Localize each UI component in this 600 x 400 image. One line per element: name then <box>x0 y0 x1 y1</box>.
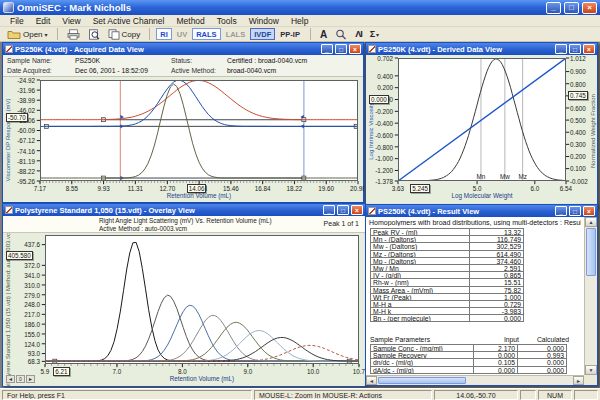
menu-file[interactable]: File <box>4 16 30 26</box>
zoom-tool-button[interactable] <box>332 28 350 41</box>
minimize-button[interactable]: _ <box>323 205 335 215</box>
offset-left-button[interactable]: ◄ <box>6 375 15 383</box>
app-maximize-button[interactable]: □ <box>564 2 579 14</box>
detector-buttons: RIUVRALSLALSIVDFPP-IP <box>156 28 304 40</box>
acquired-y-cursor-readout[interactable]: -50.70 <box>6 113 28 122</box>
sample-info-panel: Sample Name: PS250K Status: Certified : … <box>3 55 363 77</box>
restore-button[interactable]: □ <box>337 205 349 215</box>
detector-ri[interactable]: RI <box>156 28 172 40</box>
sigma-tool-button[interactable]: Σ▾ <box>367 28 382 41</box>
chart-window-icon <box>5 206 13 214</box>
app-title-bar[interactable]: OmniSEC : Mark Nicholls _ □ × <box>0 0 600 15</box>
status-label: Status: <box>171 57 192 64</box>
scroll-up-button[interactable]: ▲ <box>585 217 597 227</box>
status-help-text: For Help, press F1 <box>2 390 252 400</box>
sigma-icon: Σ <box>370 29 374 39</box>
param-label: dA/dc - (ml/g) <box>370 366 474 374</box>
overlay-plot-canvas[interactable] <box>4 233 366 386</box>
printer-icon <box>67 29 80 40</box>
acquired-plot-canvas[interactable] <box>4 77 364 202</box>
active-method-label: Active Method: <box>171 67 216 74</box>
detector-uv[interactable]: UV <box>173 28 191 40</box>
detector-ivdf[interactable]: IVDF <box>250 28 275 40</box>
app-minimize-button[interactable]: _ <box>546 2 561 14</box>
acquired-title-bar[interactable]: PS250K (4.vdt) - Acquired Data View _ □ … <box>3 43 363 55</box>
close-button[interactable]: × <box>583 44 595 54</box>
open-dropdown-icon[interactable]: ▾ <box>45 31 48 38</box>
horizontal-scroll-thumb[interactable] <box>378 377 466 384</box>
derived-x-cursor-readout[interactable]: 5.245 <box>410 184 430 193</box>
derived-y2-cursor-readout[interactable]: 0.745 <box>568 91 588 100</box>
overlay-y-cursor-readout[interactable]: 405.580 <box>6 251 33 260</box>
app-title: OmniSEC : Mark Nicholls <box>17 2 543 13</box>
result-heading: Homopolymers with broad distributions, u… <box>369 219 581 226</box>
peak-counter: Peak 1 of 1 <box>324 220 359 228</box>
window-derived-data-view[interactable]: PS250K (4.vdt) - Derived Data View _ □ ×… <box>365 42 598 207</box>
open-label: Open <box>23 30 43 39</box>
scroll-down-button[interactable]: ▼ <box>585 365 597 375</box>
vertical-scrollbar[interactable]: ▲ ▼ <box>584 217 597 375</box>
restore-button[interactable]: □ <box>569 206 581 216</box>
date-acquired-value: Dec 06, 2001 - 18:52:09 <box>75 67 148 74</box>
menu-bar: FileEditViewSet Active ChannelMethodTool… <box>0 15 600 27</box>
sample-name-label: Sample Name: <box>7 57 52 64</box>
close-button[interactable]: × <box>351 205 363 215</box>
overlay-title-bar[interactable]: Polystyrene Standard 1,050 (15.vdt) - Ov… <box>3 204 365 216</box>
sigma-dropdown-icon[interactable]: ▾ <box>376 31 379 38</box>
peak-marks-icon: ΛI <box>355 29 362 39</box>
overlay-x-cursor-readout[interactable]: 6.21 <box>53 367 69 376</box>
horizontal-scrollbar[interactable]: ◄ ► <box>366 375 584 385</box>
result-title-bar[interactable]: PS250K (4.vdt) - Result View _ □ × <box>366 205 597 217</box>
menu-window[interactable]: Window <box>243 16 285 26</box>
detector-lals[interactable]: LALS <box>222 28 250 40</box>
derived-chart[interactable]: 3.635.06.06.540.7020.4000.2000.000-0.200… <box>367 55 598 206</box>
minimize-button[interactable]: _ <box>555 206 567 216</box>
restore-button[interactable]: □ <box>335 44 347 54</box>
param-header: Calculated <box>519 336 569 343</box>
acquired-chart[interactable]: 7.178.559.9311.3112.7014.0815.4616.8418.… <box>4 77 364 202</box>
toolbar-separator <box>149 28 150 40</box>
menu-view[interactable]: View <box>56 16 86 26</box>
result-window-title: PS250K (4.vdt) - Result View <box>378 207 553 216</box>
menu-set-active-channel[interactable]: Set Active Channel <box>87 16 171 26</box>
status-num-lock: NUM <box>538 390 572 400</box>
restore-button[interactable]: □ <box>569 44 581 54</box>
window-overlay-view[interactable]: Polystyrene Standard 1,050 (15.vdt) - Ov… <box>2 203 366 387</box>
detector-pp-ip[interactable]: PP-IP <box>276 28 304 40</box>
menu-edit[interactable]: Edit <box>30 16 57 26</box>
vertical-scroll-thumb[interactable] <box>586 228 596 276</box>
minimize-button[interactable]: _ <box>321 44 333 54</box>
overlay-header: Right Angle Light Scattering (mV) Vs. Re… <box>3 216 365 233</box>
offset-right-button[interactable]: ► <box>26 375 35 383</box>
print-button[interactable] <box>64 28 83 41</box>
menu-method[interactable]: Method <box>170 16 210 26</box>
close-button[interactable]: × <box>349 44 361 54</box>
result-label: Bn - (per molecule) <box>370 314 470 322</box>
derived-y-cursor-readout[interactable]: 0.000 <box>369 95 389 104</box>
detector-rals[interactable]: RALS <box>192 28 220 40</box>
minimize-button[interactable]: _ <box>555 44 567 54</box>
acquired-x-cursor-readout[interactable]: 14.06 <box>187 184 207 193</box>
scroll-right-button[interactable]: ► <box>573 376 584 385</box>
overlay-chart[interactable]: 5.97.08.09.010.010.7437.6372.0341.0310.0… <box>4 233 366 386</box>
open-button[interactable]: Open ▾ <box>4 28 51 41</box>
print-preview-button[interactable] <box>85 28 103 41</box>
menu-tools[interactable]: Tools <box>211 16 243 26</box>
close-button[interactable]: × <box>583 206 595 216</box>
menu-help[interactable]: Help <box>285 16 314 26</box>
offset-value[interactable]: 0 <box>16 375 25 383</box>
window-acquired-data-view[interactable]: PS250K (4.vdt) - Acquired Data View _ □ … <box>2 42 364 203</box>
copy-button[interactable]: Copy <box>105 28 144 41</box>
param-header: Sample Parameters <box>370 336 474 343</box>
window-result-view[interactable]: PS250K (4.vdt) - Result View _ □ × Homop… <box>365 204 598 386</box>
status-value: Certified : broad-0040.vcm <box>227 57 307 64</box>
derived-plot-canvas[interactable] <box>367 55 598 206</box>
derived-title-bar[interactable]: PS250K (4.vdt) - Derived Data View _ □ × <box>366 43 597 55</box>
font-tool-button[interactable]: A <box>317 28 330 41</box>
app-close-button[interactable]: × <box>582 2 597 14</box>
derived-window-title: PS250K (4.vdt) - Derived Data View <box>378 45 553 54</box>
scroll-left-button[interactable]: ◄ <box>366 376 377 385</box>
peak-marks-tool-button[interactable]: ΛI <box>352 28 365 41</box>
app-icon <box>3 2 14 13</box>
mdi-workspace: PS250K (4.vdt) - Acquired Data View _ □ … <box>0 42 600 388</box>
